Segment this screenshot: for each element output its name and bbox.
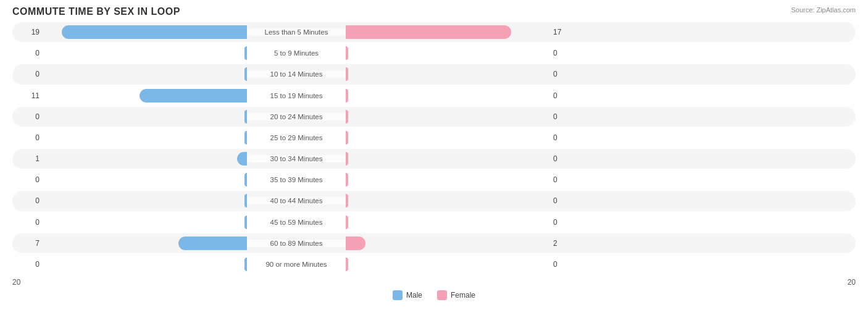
female-value: 0 bbox=[549, 154, 580, 163]
male-bar-wrap bbox=[43, 25, 247, 39]
male-value: 0 bbox=[12, 70, 43, 78]
axis-right: 20 bbox=[825, 278, 856, 287]
row-label: 15 to 19 Minutes bbox=[247, 92, 346, 99]
male-bar-wrap bbox=[43, 237, 247, 250]
male-value: 0 bbox=[12, 49, 43, 57]
female-value: 0 bbox=[549, 70, 580, 78]
male-value: 0 bbox=[12, 218, 43, 227]
female-value: 0 bbox=[549, 218, 580, 227]
table-row: 1 30 to 34 Minutes 0 bbox=[12, 149, 856, 169]
female-value: 0 bbox=[549, 133, 580, 142]
male-bar-wrap bbox=[43, 110, 247, 124]
male-value: 1 bbox=[12, 154, 43, 163]
female-bar-wrap bbox=[346, 25, 549, 39]
male-value: 11 bbox=[12, 91, 43, 100]
axis-left: 20 bbox=[12, 278, 43, 287]
table-row: 0 40 to 44 Minutes 0 bbox=[12, 191, 856, 211]
female-bar-wrap bbox=[346, 131, 549, 145]
male-value: 7 bbox=[12, 239, 43, 248]
row-label: 35 to 39 Minutes bbox=[247, 176, 346, 183]
row-label: 45 to 59 Minutes bbox=[247, 219, 346, 226]
female-bar bbox=[346, 89, 348, 103]
female-bar-wrap bbox=[346, 110, 549, 124]
male-bar-wrap bbox=[43, 173, 247, 187]
male-value: 0 bbox=[12, 196, 43, 205]
female-bar-wrap bbox=[346, 89, 549, 103]
row-label: 5 to 9 Minutes bbox=[247, 49, 346, 57]
male-value: 0 bbox=[12, 112, 43, 121]
female-value: 0 bbox=[549, 91, 580, 100]
female-value: 0 bbox=[549, 260, 580, 269]
male-bar-wrap bbox=[43, 258, 247, 271]
legend: Male Female bbox=[12, 290, 856, 300]
male-bar-wrap bbox=[43, 67, 247, 81]
row-label: 10 to 14 Minutes bbox=[247, 70, 346, 78]
chart-title: COMMUTE TIME BY SEX IN LOOP bbox=[12, 6, 856, 17]
legend-male: Male bbox=[393, 290, 422, 300]
male-bar-wrap bbox=[43, 131, 247, 145]
female-bar bbox=[346, 194, 348, 208]
female-bar-wrap bbox=[346, 237, 549, 250]
chart-rows: 19 Less than 5 Minutes 17 0 5 to 9 Minut… bbox=[12, 22, 856, 275]
legend-female-box bbox=[437, 290, 447, 300]
female-value: 0 bbox=[549, 196, 580, 205]
legend-male-label: Male bbox=[406, 291, 422, 300]
male-value: 0 bbox=[12, 175, 43, 184]
male-value: 0 bbox=[12, 260, 43, 269]
female-bar bbox=[346, 110, 348, 124]
table-row: 0 25 to 29 Minutes 0 bbox=[12, 128, 856, 148]
female-bar bbox=[346, 152, 348, 166]
row-label: 90 or more Minutes bbox=[247, 261, 346, 268]
male-value: 19 bbox=[12, 28, 43, 36]
female-bar bbox=[346, 173, 348, 187]
male-bar bbox=[237, 152, 247, 166]
female-value: 0 bbox=[549, 175, 580, 184]
male-bar-wrap bbox=[43, 216, 247, 229]
female-value: 17 bbox=[549, 28, 580, 36]
female-bar-wrap bbox=[346, 216, 549, 229]
legend-female-label: Female bbox=[451, 291, 475, 300]
female-bar bbox=[346, 46, 348, 60]
row-label: 25 to 29 Minutes bbox=[247, 134, 346, 141]
table-row: 0 20 to 24 Minutes 0 bbox=[12, 107, 856, 127]
male-bar-wrap bbox=[43, 194, 247, 208]
table-row: 0 35 to 39 Minutes 0 bbox=[12, 170, 856, 190]
female-bar-wrap bbox=[346, 67, 549, 81]
table-row: 0 5 to 9 Minutes 0 bbox=[12, 43, 856, 63]
female-bar-wrap bbox=[346, 46, 549, 60]
male-bar-wrap bbox=[43, 46, 247, 60]
female-bar-wrap bbox=[346, 194, 549, 208]
chart-container: COMMUTE TIME BY SEX IN LOOP Source: ZipA… bbox=[0, 0, 868, 323]
female-bar-wrap bbox=[346, 258, 549, 271]
table-row: 19 Less than 5 Minutes 17 bbox=[12, 22, 856, 42]
row-label: 20 to 24 Minutes bbox=[247, 113, 346, 120]
table-row: 7 60 to 89 Minutes 2 bbox=[12, 233, 856, 253]
male-bar-wrap bbox=[43, 89, 247, 103]
female-bar bbox=[346, 131, 348, 145]
female-bar bbox=[346, 216, 348, 229]
female-bar bbox=[346, 237, 365, 250]
male-bar bbox=[178, 237, 247, 250]
table-row: 0 90 or more Minutes 0 bbox=[12, 254, 856, 274]
axis-labels: 20 20 bbox=[12, 275, 856, 287]
female-bar bbox=[346, 258, 348, 271]
female-value: 0 bbox=[549, 49, 580, 57]
female-bar bbox=[346, 67, 348, 81]
male-bar bbox=[62, 25, 247, 39]
source-label: Source: ZipAtlas.com bbox=[791, 6, 856, 14]
male-value: 0 bbox=[12, 133, 43, 142]
male-bar-wrap bbox=[43, 152, 247, 166]
female-bar bbox=[346, 25, 511, 39]
female-value: 2 bbox=[549, 239, 580, 248]
chart-area: 19 Less than 5 Minutes 17 0 5 to 9 Minut… bbox=[12, 22, 856, 282]
legend-female: Female bbox=[437, 290, 475, 300]
row-label: 30 to 34 Minutes bbox=[247, 155, 346, 162]
row-label: Less than 5 Minutes bbox=[247, 28, 346, 36]
row-label: 40 to 44 Minutes bbox=[247, 197, 346, 204]
row-label: 60 to 89 Minutes bbox=[247, 240, 346, 247]
table-row: 11 15 to 19 Minutes 0 bbox=[12, 86, 856, 106]
female-value: 0 bbox=[549, 112, 580, 121]
table-row: 0 45 to 59 Minutes 0 bbox=[12, 212, 856, 232]
legend-male-box bbox=[393, 290, 403, 300]
table-row: 0 10 to 14 Minutes 0 bbox=[12, 64, 856, 84]
